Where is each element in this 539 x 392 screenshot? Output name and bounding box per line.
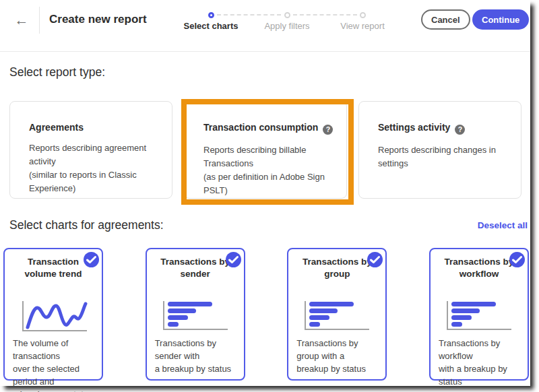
chart-card-transactions-by-workflow[interactable]: Transactions by workflow Transactions by… xyxy=(429,248,529,381)
chart-card-transaction-volume-trend[interactable]: Transaction volume trend The volume of t… xyxy=(3,248,103,381)
report-card-description: Reports describing agreement activity (s… xyxy=(29,141,166,195)
report-card-title: Settings activity? xyxy=(378,122,515,135)
bar-chart-icon xyxy=(431,300,528,331)
bar-chart-icon xyxy=(288,300,385,331)
chart-card-description: The volume of transactions over the sele… xyxy=(13,337,98,392)
header-rule xyxy=(0,51,530,52)
selected-check-icon[interactable] xyxy=(367,252,383,267)
report-card-agreements[interactable]: Agreements Reports describing agreement … xyxy=(9,101,172,199)
continue-button[interactable]: Continue xyxy=(472,9,529,30)
chart-card-description: Transactions by workflow with a breakup … xyxy=(439,337,524,388)
step-dot-view-report xyxy=(360,12,366,18)
report-card-title-text: Settings activity xyxy=(378,122,450,133)
step-label-select-charts: Select charts xyxy=(174,21,248,31)
selected-check-icon[interactable] xyxy=(509,252,525,267)
report-card-title-text: Transaction consumption xyxy=(203,122,318,133)
chart-card-transactions-by-group[interactable]: Transactions by group Transactions by gr… xyxy=(287,248,387,381)
help-icon[interactable]: ? xyxy=(323,125,333,135)
selected-check-icon[interactable] xyxy=(226,252,241,267)
page-title: Create new report xyxy=(49,13,147,26)
report-card-transaction-consumption[interactable]: Transaction consumption? Reports describ… xyxy=(184,101,347,199)
step-dot-select-charts xyxy=(208,12,214,18)
bar-chart-icon xyxy=(147,300,244,331)
report-card-description: Reports describing billable Transactions… xyxy=(203,143,341,197)
chart-card-description: Transactions by group with a breakup by … xyxy=(296,337,382,375)
back-button[interactable]: ← xyxy=(11,9,32,31)
report-card-description: Reports describing changes in settings xyxy=(378,143,515,170)
deselect-all-link[interactable]: Deselect all xyxy=(478,220,528,230)
cancel-button[interactable]: Cancel xyxy=(421,9,470,30)
chart-card-transactions-by-sender[interactable]: Transactions by sender Transactions by s… xyxy=(146,248,245,381)
chart-card-description: Transactions by sender with a breakup by… xyxy=(155,337,241,375)
create-report-window: ← Create new report Select charts Apply … xyxy=(0,0,530,386)
report-card-title: Transaction consumption? xyxy=(203,122,341,135)
report-card-title: Agreements xyxy=(29,122,166,133)
step-label-view-report: View report xyxy=(325,21,400,31)
help-icon[interactable]: ? xyxy=(455,125,465,135)
step-connector xyxy=(293,14,357,15)
selected-check-icon[interactable] xyxy=(84,252,99,267)
report-type-cards: Agreements Reports describing agreement … xyxy=(9,101,521,199)
header-divider xyxy=(39,7,40,34)
report-type-heading: Select report type: xyxy=(9,65,105,79)
chart-cards: Transaction volume trend The volume of t… xyxy=(3,248,529,381)
step-label-apply-filters: Apply filters xyxy=(250,21,324,31)
charts-heading: Select charts for agreements: xyxy=(9,218,164,232)
step-connector xyxy=(217,14,281,15)
report-card-settings-activity[interactable]: Settings activity? Reports describing ch… xyxy=(358,101,521,199)
step-dot-apply-filters xyxy=(284,12,290,18)
line-chart-icon xyxy=(5,300,102,333)
